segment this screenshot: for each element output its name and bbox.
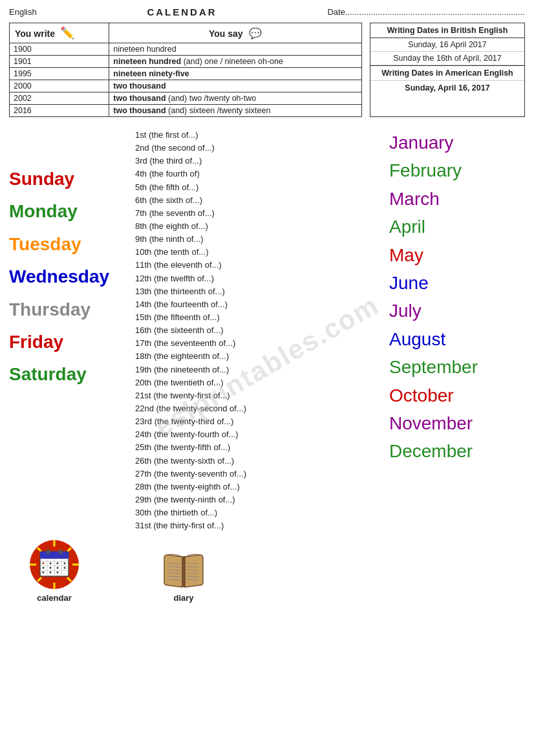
ordinal-row: 17th (the seventeenth of...) — [135, 337, 389, 350]
american-header: Writing Dates in American English — [370, 65, 524, 81]
write-say-table: You write ✏️ You say 💬 1900nineteen hund… — [9, 23, 362, 117]
ordinal-row: 13th (the thirteenth of...) — [135, 285, 389, 298]
ordinal-row: 16th (the sixteenth of...) — [135, 324, 389, 337]
ordinal-row: 15th (the fifteenth of...) — [135, 311, 389, 324]
ordinal-row: 26th (the twenty-sixth of...) — [135, 455, 389, 468]
ordinal-row: 9th (the ninth of...) — [135, 233, 389, 246]
svg-rect-12 — [59, 549, 62, 554]
say-cell: two thousand — [109, 80, 362, 92]
info-box: Writing Dates in British English Sunday,… — [370, 23, 525, 117]
ordinals-column: 1st (the first of...)2nd (the second of.… — [122, 129, 389, 532]
ordinal-row: 19th (the nineteenth of...) — [135, 363, 389, 376]
spacer: diary — [119, 552, 248, 603]
british-header: Writing Dates in British English — [370, 23, 524, 38]
ordinal-row: 10th (the tenth of...) — [135, 246, 389, 259]
ordinal-row: 28th (the twenty-eighth of...) — [135, 481, 389, 493]
month-label-december: December — [389, 437, 525, 465]
year-cell: 2000 — [10, 80, 109, 92]
svg-point-25 — [57, 567, 59, 569]
you-say-header: You say 💬 — [109, 23, 362, 43]
say-cell: nineteen hundred (and) one / nineteen oh… — [109, 56, 362, 68]
ordinal-row: 6th (the sixth of...) — [135, 194, 389, 207]
svg-rect-11 — [47, 549, 50, 554]
ordinal-row: 11th (the eleventh of...) — [135, 259, 389, 272]
diary-label: diary — [173, 593, 193, 603]
day-label-tuesday: Tuesday — [9, 233, 122, 256]
page-header: English CALENDAR Date...................… — [9, 6, 525, 17]
year-cell: 2016 — [10, 105, 109, 117]
ordinal-row: 4th (the fourth of) — [135, 167, 389, 180]
day-label-saturday: Saturday — [9, 363, 122, 386]
svg-point-29 — [57, 572, 59, 574]
ordinal-row: 25th (the twenty-fifth of...) — [135, 441, 389, 454]
diary-icon-block: diary — [119, 552, 248, 603]
ordinal-row: 12th (the twelfth of...) — [135, 272, 389, 285]
british-example-2: Sunday the 16th of April, 2017 — [370, 52, 524, 65]
say-cell: nineteen ninety-five — [109, 68, 362, 80]
year-cell: 2002 — [10, 92, 109, 105]
svg-point-23 — [43, 567, 45, 569]
say-cell: two thousand (and) sixteen /twenty sixte… — [109, 105, 362, 117]
day-label-wednesday: Wednesday — [9, 265, 122, 288]
ordinal-row: 31st (the thirty-first of...) — [135, 519, 389, 532]
svg-rect-30 — [182, 556, 186, 587]
day-label-monday: Monday — [9, 200, 122, 223]
month-label-march: March — [389, 185, 525, 213]
month-label-september: September — [389, 353, 525, 381]
svg-rect-10 — [40, 552, 69, 559]
year-cell: 1901 — [10, 56, 109, 68]
svg-point-26 — [64, 567, 66, 569]
month-label-november: November — [389, 409, 525, 437]
day-label-friday: Friday — [9, 330, 122, 354]
svg-point-27 — [43, 572, 45, 574]
speech-icon: 💬 — [249, 28, 262, 39]
ordinal-row: 22nd (the twenty-second of...) — [135, 402, 389, 415]
american-example: Sunday, April 16, 2017 — [370, 81, 524, 95]
month-label-april: April — [389, 213, 525, 241]
calendar-icon-block: calendar — [28, 539, 80, 603]
month-label-august: August — [389, 325, 525, 353]
ordinal-row: 30th (the thirtieth of...) — [135, 506, 389, 519]
bottom-area: calendar — [9, 539, 525, 603]
svg-point-28 — [50, 572, 52, 574]
ordinal-row: 23rd (the twenty-third of...) — [135, 415, 389, 428]
day-label-thursday: Thursday — [9, 298, 122, 321]
ordinal-row: 5th (the fifth of...) — [135, 181, 389, 194]
main-content: SundayMondayTuesdayWednesdayThursdayFrid… — [9, 129, 525, 532]
month-label-june: June — [389, 269, 525, 297]
svg-point-24 — [50, 567, 52, 569]
subject-label: English — [9, 7, 37, 17]
year-cell: 1900 — [10, 43, 109, 56]
month-label-february: February — [389, 157, 525, 184]
top-section: You write ✏️ You say 💬 1900nineteen hund… — [9, 23, 525, 117]
ordinal-row: 7th (the seventh of...) — [135, 207, 389, 220]
date-label: Date....................................… — [327, 7, 525, 17]
svg-point-21 — [57, 563, 59, 565]
ordinal-row: 21st (the twenty-first of...) — [135, 389, 389, 402]
ordinal-row: 20th (the twentieth of...) — [135, 376, 389, 389]
month-label-january: January — [389, 129, 525, 157]
month-label-july: July — [389, 297, 525, 325]
diary-icon — [161, 552, 206, 590]
calendar-label: calendar — [37, 593, 71, 603]
ordinal-row: 2nd (the second of...) — [135, 142, 389, 155]
svg-point-22 — [64, 563, 66, 565]
ordinal-row: 27th (the twenty-seventh of...) — [135, 468, 389, 481]
ordinal-row: 1st (the first of...) — [135, 129, 389, 142]
month-label-october: October — [389, 382, 525, 409]
say-cell: two thousand (and) two /twenty oh-two — [109, 92, 362, 105]
say-cell: nineteen hundred — [109, 43, 362, 56]
main-content-wrapper: eslprintables.com SundayMondayTuesdayWed… — [9, 129, 525, 603]
months-column: JanuaryFebruaryMarchAprilMayJuneJulyAugu… — [389, 129, 525, 532]
svg-point-19 — [43, 563, 45, 565]
ordinal-row: 8th (the eighth of...) — [135, 220, 389, 233]
you-write-header: You write ✏️ — [10, 23, 109, 43]
british-example-1: Sunday, 16 April 2017 — [370, 38, 524, 52]
day-label-sunday: Sunday — [9, 167, 122, 191]
ordinal-row: 24th (the twenty-fourth of...) — [135, 428, 389, 441]
month-label-may: May — [389, 241, 525, 269]
ordinal-row: 14th (the fourteenth of...) — [135, 298, 389, 311]
calendar-icon — [28, 539, 80, 590]
days-column: SundayMondayTuesdayWednesdayThursdayFrid… — [9, 129, 122, 532]
ordinal-row: 29th (the twenty-ninth of...) — [135, 493, 389, 506]
